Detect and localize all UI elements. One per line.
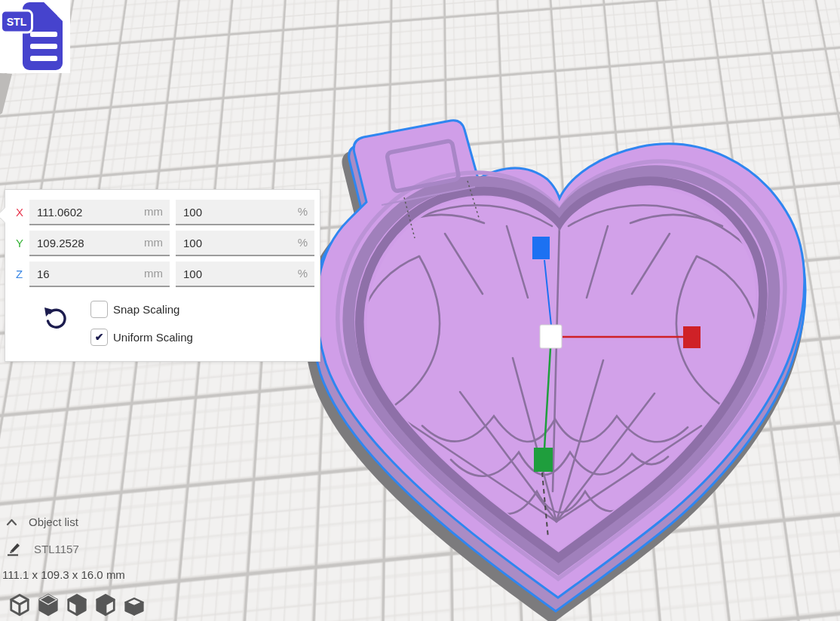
chevron-up-icon (6, 519, 17, 526)
snap-scaling-checkbox[interactable] (90, 301, 108, 318)
z-mm-unit: mm (144, 267, 163, 280)
scale-row-x: X mm % (5, 200, 320, 225)
object-list-title: Object list (29, 515, 78, 528)
view-3d-button[interactable] (8, 593, 31, 616)
model-heart-mold[interactable] (304, 121, 805, 621)
camera-view-toolbar (8, 593, 146, 616)
scale-row-z: Z mm % (5, 262, 320, 287)
z-percent-input[interactable] (176, 262, 290, 286)
cube-3d-icon (8, 593, 31, 618)
scale-tool-panel: X mm % Y mm % Z mm (5, 189, 320, 362)
axis-x-label: X (16, 206, 31, 219)
reset-rotate-icon (41, 305, 69, 332)
object-list-item[interactable]: STL1157 (6, 541, 79, 556)
stl-file-badge: STL (0, 0, 70, 73)
scale-handle-y-axis[interactable] (534, 448, 553, 472)
y-mm-field: mm (29, 231, 170, 256)
object-list-item-name: STL1157 (34, 543, 79, 555)
x-percent-input[interactable] (176, 200, 290, 224)
x-percent-field: % (176, 200, 314, 225)
y-mm-unit: mm (144, 236, 163, 249)
axis-y-label: Y (16, 237, 31, 249)
scale-handle-center[interactable] (540, 325, 562, 348)
y-percent-unit: % (298, 236, 308, 249)
axis-z-label: Z (16, 268, 31, 280)
selected-object-dimensions: 111.1 x 109.3 x 16.0 mm (2, 568, 125, 581)
z-mm-field: mm (29, 262, 170, 287)
z-mm-input[interactable] (29, 262, 146, 286)
cube-left-icon (94, 593, 117, 618)
cube-right-icon (123, 593, 146, 618)
stl-file-icon: STL (0, 0, 70, 73)
y-percent-input[interactable] (176, 231, 290, 255)
cube-front-icon (37, 593, 60, 618)
reset-scale-button[interactable] (41, 305, 69, 334)
uniform-scaling-label: Uniform Scaling (113, 331, 193, 344)
x-percent-unit: % (298, 205, 308, 218)
x-mm-unit: mm (144, 205, 163, 218)
snap-scaling-label: Snap Scaling (113, 303, 179, 316)
plate-edge (0, 73, 12, 115)
x-mm-field: mm (29, 200, 170, 225)
view-top-button[interactable] (66, 593, 88, 616)
view-front-button[interactable] (37, 593, 60, 616)
edit-pencil-icon (6, 541, 23, 556)
view-left-button[interactable] (94, 593, 117, 616)
uniform-scaling-checkbox[interactable]: ✔ (90, 329, 108, 346)
cube-top-icon (66, 593, 88, 618)
stl-badge-label: STL (7, 16, 27, 28)
application-viewport: STL X mm % Y mm % (0, 0, 840, 621)
scale-handle-z-axis[interactable] (532, 237, 550, 259)
y-percent-field: % (176, 231, 314, 256)
x-mm-input[interactable] (29, 200, 146, 224)
z-percent-unit: % (298, 267, 308, 280)
object-list-header[interactable]: Object list (6, 515, 78, 528)
view-right-button[interactable] (123, 593, 146, 616)
z-percent-field: % (176, 262, 314, 287)
y-mm-input[interactable] (29, 231, 146, 255)
scale-row-y: Y mm % (5, 231, 320, 256)
scale-handle-x-axis[interactable] (683, 326, 701, 348)
